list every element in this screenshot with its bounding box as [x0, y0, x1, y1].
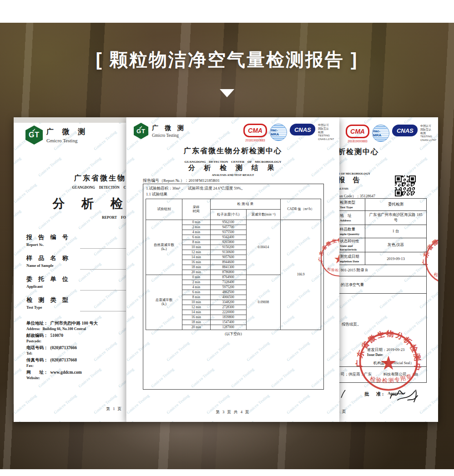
page-title: [ 颗粒物洁净空气量检测报告 ] — [0, 47, 454, 72]
watermark-text: Gmicro Testing — [190, 420, 215, 422]
watermark-text: Gmicro Testing — [37, 420, 62, 422]
table-row: 样品数量mple Quantity 1 台 — [339, 225, 426, 238]
watermark-text: Gmicro Testing — [419, 393, 438, 415]
cnas-mark-icon: CNAS — [289, 124, 316, 135]
svg-text:广东省微生物分析检测中心: 广东省微生物分析检测中心 — [421, 233, 438, 270]
watermark-text: Gmicro Testing — [14, 314, 22, 336]
table-row: 测完成日期mpletion Date 2019-09-13 — [339, 252, 426, 265]
contact-block: 单位地址：广州市先烈中路 100 号大 Address:Building 66,… — [26, 321, 126, 382]
watermark-text: Gmicro Testing — [403, 156, 428, 178]
watermark-text: Gmicro Testing — [126, 261, 135, 283]
results-box: 1.试验舱容积：30m³， 试验环境:温度 24.6℃,湿度 59%。 1.1 … — [143, 184, 324, 390]
table-row: 地 址Address 广东省广州市南沙区海滨路 185 号 — [339, 211, 426, 225]
table-row: 状态和特性State and haracteristic 灰色,仪器 — [339, 238, 426, 252]
watermark-text: Gmicro Testing — [37, 209, 62, 230]
report-page-3: Gmicro TestingGmicro TestingGmicro Testi… — [126, 117, 339, 422]
watermark-text: Gmicro Testing — [14, 182, 37, 204]
brand-name-en: Gmicro Testing — [46, 138, 88, 143]
report-title-en: REPORT FO — [102, 215, 126, 220]
report-title-fragment: 报 告 — [339, 176, 363, 185]
watermark-text: Gmicro Testing — [14, 209, 22, 230]
watermark-text: Gmicro Testing — [117, 209, 126, 230]
watermark-text: Gmicro Testing — [37, 156, 62, 178]
cma-number: 201819000883 — [245, 139, 265, 142]
blank-line — [80, 290, 126, 291]
ilac-mra-mark-icon: ilac-MRA — [270, 124, 287, 141]
approver-signature — [388, 386, 421, 404]
brand-name-en: Gmicro Testing — [152, 133, 186, 138]
contact-fax: 传真号码：(020)87137668 Fax: — [26, 357, 126, 368]
watermark-text: Gmicro Testing — [77, 420, 102, 422]
field-report-no: 报 告 编 号 Report №. — [26, 233, 126, 254]
gmicro-logo: ✓ GT 广 微 测 Gmicro Testing — [134, 123, 186, 139]
watermark-text: Gmicro Testing — [403, 420, 428, 422]
watermark-text: Gmicro Testing — [117, 420, 126, 422]
center-name-cn-fragment: 析检测中心 — [339, 147, 379, 157]
contact-address: 单位地址：广州市先烈中路 100 号大 Address:Building 66,… — [26, 321, 126, 331]
cma-mark: CMA 201819000883 — [243, 124, 267, 142]
report-title-cn: 分 析 检 — [53, 195, 126, 212]
brand-name-cn: 广 微 测 — [152, 124, 186, 132]
gt-logo-icon: ✓ GT — [25, 125, 43, 145]
table-row: 801-2015 附录 B — [339, 265, 426, 276]
svg-text:检验检测专用章: 检验检测专用章 — [327, 265, 339, 272]
watermark-text: Gmicro Testing — [14, 261, 22, 283]
report-continued-note: 报告续页。 — [342, 322, 361, 327]
ilac-mra-mark-icon: ilac-MRA — [372, 125, 389, 142]
contact-postcode: 邮政编码：510070 Postcode: — [26, 333, 126, 343]
watermark-text: Gmicro Testing — [230, 420, 255, 422]
svg-text:★: ★ — [333, 252, 339, 266]
result-title-cn: 分 析 检 测 结 果 — [126, 164, 339, 172]
page-number: 第 3 页 共 4 页 — [126, 410, 339, 415]
contact-tel: 电话号码：(020)87137666 Tel: — [26, 345, 126, 356]
check-icon: ✓ — [139, 125, 143, 130]
brand-name-cn: 广 微 测 — [46, 127, 88, 137]
cma-number: 201819000883 — [348, 140, 367, 143]
accreditation-side-text: 中国认可 国际互认 检测 TESTING CNAS L1747 — [420, 125, 436, 142]
cma-mark-icon: CMA — [346, 125, 369, 138]
page-number: 第 1 页 — [106, 406, 123, 412]
blank-line — [80, 269, 126, 270]
report-page-4: Gmicro TestingGmicro TestingGmicro Testi… — [339, 117, 438, 422]
official-seal-stamp: 广东省微生物分析检测中心★检验检测专用章 — [354, 327, 423, 396]
qr-code — [395, 175, 416, 196]
table-row: 自然衰减常数 (kₙ)0 min95621000.00414166.9 — [146, 220, 321, 225]
watermark-text: Gmicro Testing — [339, 117, 348, 125]
cnas-mark-icon: CNAS — [392, 125, 419, 136]
watermark-text: Gmicro Testing — [77, 209, 102, 230]
page-number-fragment: 页 — [342, 409, 346, 415]
down-arrow-icon — [220, 89, 234, 97]
table-row: 的洁净空气量 — [339, 276, 426, 294]
blank-below-note: (以下空白) — [143, 331, 323, 336]
svg-text:★: ★ — [380, 352, 397, 374]
report-page-1: Gmicro TestingGmicro TestingGmicro Testi… — [14, 117, 126, 422]
gt-logo-icon: ✓ GT — [134, 123, 148, 139]
page-canvas: [ 颗粒物洁净空气量检测报告 ] Gmicro TestingGmicro Te… — [0, 0, 454, 476]
blank-line — [80, 248, 126, 249]
field-sample-name: 样 品 名 称 Name of Sample — [26, 254, 126, 275]
field-applicant: 委 托 单 位 Applicant — [26, 275, 126, 296]
report-fields: 报 告 编 号 Report №. 样 品 名 称 Name of Sample… — [26, 233, 126, 317]
watermark-text: Gmicro Testing — [326, 182, 339, 204]
watermark-text: Gmicro Testing — [14, 156, 22, 178]
watermark-text: Gmicro Testing — [53, 393, 77, 415]
partial-seal-stamp: 广东省微生物分析检测中心★检验检测专用章 — [318, 236, 339, 280]
signature-fragment — [340, 389, 347, 398]
watermark-text: Gmicro Testing — [14, 367, 22, 389]
accreditation-side-text: 中国认可 国际互认 检测 TESTING CNAS L1747 — [318, 124, 334, 141]
field-test-type: 检 测 类 型 Test Type — [26, 296, 126, 317]
watermark-text: Gmicro Testing — [326, 288, 339, 310]
watermark-text: Gmicro Testing — [93, 130, 117, 151]
page-top-band — [14, 117, 126, 123]
watermark-text: Gmicro Testing — [190, 117, 215, 125]
watermark-text: Gmicro Testing — [126, 314, 135, 336]
top-white-strip — [0, 0, 454, 23]
watermark-text: Gmicro Testing — [14, 393, 37, 415]
watermark-text: Gmicro Testing — [270, 420, 295, 422]
contact-website: 网 址：www.gddcm.com Website: — [26, 370, 126, 380]
cma-mark: CMA 201819000883 — [346, 125, 369, 143]
report-title-en-fragment: ALYSIS — [339, 187, 348, 190]
result-title-en: ANALYSIS AND TEST RESULT — [126, 173, 339, 176]
svg-text:检验检测专用章: 检验检测专用章 — [433, 270, 438, 278]
partial-seal-stamp: 广东省微生物分析检测中心★检验检测专用章 — [421, 233, 438, 288]
